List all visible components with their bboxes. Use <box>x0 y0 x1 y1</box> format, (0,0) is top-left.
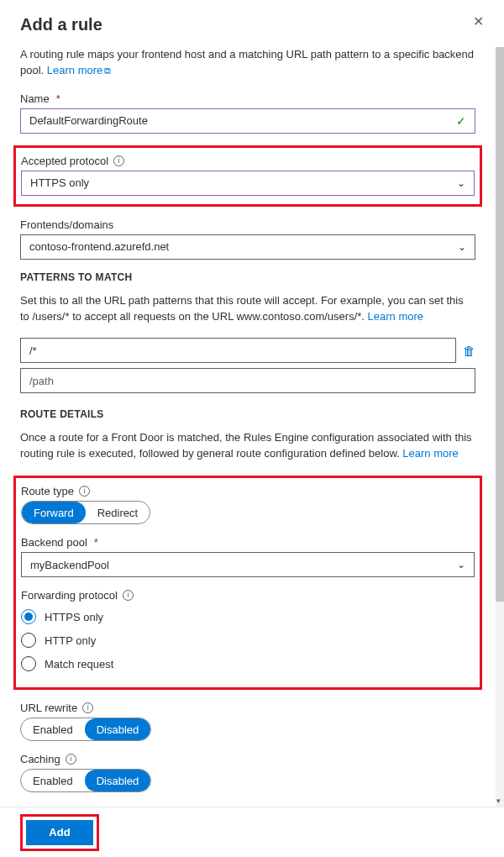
scroll-down-icon[interactable]: ▾ <box>496 797 501 805</box>
add-button[interactable]: Add <box>26 820 93 845</box>
route-type-label: Route type i <box>21 485 475 497</box>
route-type-field: Route type i Forward Redirect <box>21 485 475 524</box>
external-icon: ⧉ <box>104 66 111 76</box>
rewrite-toggle: Enabled Disabled <box>20 718 151 741</box>
scroll-area: A routing rule maps your frontend host a… <box>0 47 496 807</box>
route-learn-more[interactable]: Learn more <box>402 447 458 460</box>
protocol-label: Accepted protocol i <box>21 155 475 167</box>
frontends-field: Frontends/domains contoso-frontend.azure… <box>20 218 475 260</box>
route-type-redirect[interactable]: Redirect <box>86 502 150 523</box>
pattern-add-row: /path <box>20 368 475 393</box>
protocol-field: Accepted protocol i HTTPS only ⌄ <box>21 155 475 196</box>
trash-icon[interactable]: 🗑 <box>463 344 475 358</box>
route-details-highlight: Route type i Forward Redirect Backend po… <box>13 476 482 690</box>
patterns-desc: Set this to all the URL path patterns th… <box>20 293 475 325</box>
frontends-select[interactable]: contoso-frontend.azurefd.net ⌄ <box>20 234 475 260</box>
route-desc: Once a route for a Front Door is matched… <box>20 430 475 462</box>
caching-toggle: Enabled Disabled <box>20 769 151 792</box>
info-icon[interactable]: i <box>66 754 76 765</box>
required-asterisk: * <box>56 92 60 105</box>
caching-disabled[interactable]: Disabled <box>85 770 151 791</box>
patterns-learn-more[interactable]: Learn more <box>368 310 423 323</box>
info-icon[interactable]: i <box>123 590 134 601</box>
forwarding-protocol-field: Forwarding protocol i HTTPS only HTTP on… <box>21 589 475 676</box>
info-icon[interactable]: i <box>79 486 90 497</box>
fwd-option-match[interactable]: Match request <box>21 652 475 676</box>
learn-more-label: Learn more <box>47 64 102 76</box>
route-section-label: ROUTE DETAILS <box>20 408 475 420</box>
route-type-forward[interactable]: Forward <box>22 502 86 523</box>
fwd-option-https[interactable]: HTTPS only <box>21 605 475 628</box>
intro-text: A routing rule maps your frontend host a… <box>20 47 475 79</box>
caching-field: Caching i Enabled Disabled <box>20 753 475 792</box>
backend-label: Backend pool* <box>21 536 475 549</box>
pattern-placeholder-input[interactable]: /path <box>20 368 475 393</box>
rewrite-enabled[interactable]: Enabled <box>21 718 85 740</box>
name-input[interactable]: DefaultForwardingRoute ✓ <box>20 108 475 134</box>
caching-enabled[interactable]: Enabled <box>21 770 85 791</box>
rewrite-disabled[interactable]: Disabled <box>85 718 151 740</box>
scrollbar[interactable]: ▾ <box>496 47 504 807</box>
footer: Add <box>0 807 504 857</box>
backend-select[interactable]: myBackendPool ⌄ <box>21 552 475 577</box>
frontends-label: Frontends/domains <box>20 218 475 231</box>
add-button-highlight: Add <box>20 814 99 851</box>
pattern-input[interactable]: /* <box>20 338 456 363</box>
name-label: Name* <box>20 92 475 105</box>
learn-more-link[interactable]: Learn more⧉ <box>47 64 111 76</box>
info-icon[interactable]: i <box>113 155 124 166</box>
name-field: Name* DefaultForwardingRoute ✓ <box>20 92 475 134</box>
close-icon[interactable]: ✕ <box>473 15 484 29</box>
protocol-select[interactable]: HTTPS only ⌄ <box>21 171 475 196</box>
backend-field: Backend pool* myBackendPool ⌄ <box>21 536 475 577</box>
route-type-toggle: Forward Redirect <box>21 501 150 524</box>
patterns-section-label: PATTERNS TO MATCH <box>20 271 475 283</box>
caching-label: Caching i <box>20 753 475 765</box>
rewrite-field: URL rewrite i Enabled Disabled <box>20 702 475 741</box>
panel-title: Add a rule <box>20 15 102 34</box>
chevron-down-icon: ⌄ <box>458 241 466 253</box>
chevron-down-icon: ⌄ <box>457 559 465 570</box>
chevron-down-icon: ⌄ <box>457 177 465 189</box>
fwd-option-http[interactable]: HTTP only <box>21 628 475 652</box>
pattern-row: /* 🗑 <box>20 338 475 363</box>
rewrite-label: URL rewrite i <box>20 702 475 714</box>
accepted-protocol-highlight: Accepted protocol i HTTPS only ⌄ <box>13 145 482 207</box>
info-icon[interactable]: i <box>82 702 93 713</box>
required-asterisk: * <box>94 536 98 549</box>
forwarding-protocol-label: Forwarding protocol i <box>21 589 475 602</box>
check-icon: ✓ <box>456 114 466 128</box>
